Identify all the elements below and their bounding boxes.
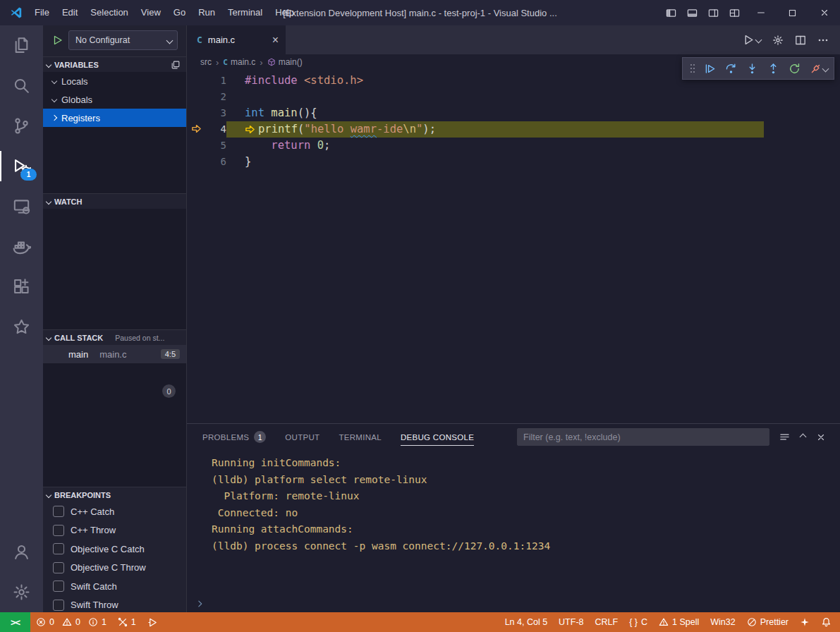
start-debugging-icon[interactable] xyxy=(52,35,63,46)
glyph-margin[interactable] xyxy=(187,154,208,170)
breakpoint-checkbox[interactable] xyxy=(53,506,64,517)
glyph-margin[interactable] xyxy=(187,73,208,89)
restart-button[interactable] xyxy=(784,59,805,78)
debug-config-dropdown[interactable]: No Configurat xyxy=(68,30,178,50)
breakpoint-checkbox[interactable] xyxy=(53,543,64,554)
activity-remote-explorer[interactable] xyxy=(0,186,43,226)
code-area[interactable]: 1#include <stdio.h>23int main(){4printf(… xyxy=(187,70,840,423)
split-editor-icon[interactable] xyxy=(795,35,806,46)
eol-indicator[interactable]: CRLF xyxy=(590,612,624,632)
menu-terminal[interactable]: Terminal xyxy=(221,0,269,25)
breakpoint-objective-c-throw[interactable]: Objective C Throw xyxy=(43,559,186,578)
console-filter-input[interactable] xyxy=(517,428,769,446)
call-stack-header[interactable]: CALL STACK Paused on st... xyxy=(43,329,186,345)
run-file-button[interactable] xyxy=(743,34,761,46)
continue-button[interactable] xyxy=(699,59,720,78)
breakpoint-checkbox[interactable] xyxy=(53,525,64,536)
menu-selection[interactable]: Selection xyxy=(84,0,134,25)
code-token: ; xyxy=(324,138,330,154)
variables-item-locals[interactable]: Locals xyxy=(43,72,186,90)
code-line-4[interactable]: 4printf("hello wamr-ide\n"); xyxy=(187,121,840,138)
chevron-down-icon xyxy=(51,97,57,102)
code-line-3[interactable]: 3int main(){ xyxy=(187,105,840,121)
breakpoint-c-throw[interactable]: C++ Throw xyxy=(43,521,186,540)
activity-search[interactable] xyxy=(0,66,43,106)
menu-edit[interactable]: Edit xyxy=(56,0,84,25)
debug-console-input[interactable] xyxy=(187,595,840,612)
output-options-icon[interactable] xyxy=(779,432,790,442)
breakpoint-objective-c-catch[interactable]: Objective C Catch xyxy=(43,540,186,559)
step-out-button[interactable] xyxy=(762,59,784,78)
step-into-button[interactable] xyxy=(741,59,762,78)
watch-header[interactable]: WATCH xyxy=(43,193,186,209)
debug-console-output[interactable]: Running initCommands:(lldb) platform sel… xyxy=(187,450,840,595)
activity-source-control[interactable] xyxy=(0,106,43,146)
glyph-margin[interactable] xyxy=(187,89,208,105)
notifications[interactable] xyxy=(815,612,837,632)
panel-tab-debug-console[interactable]: DEBUG CONSOLE xyxy=(401,424,474,450)
breakpoint-checkbox[interactable] xyxy=(53,600,64,611)
encoding-indicator[interactable]: UTF-8 xyxy=(553,612,589,632)
breakpoint-swift-catch[interactable]: Swift Catch xyxy=(43,577,186,596)
breakpoints-header[interactable]: BREAKPOINTS xyxy=(43,487,186,502)
settings-gear-icon[interactable] xyxy=(772,35,784,46)
step-over-button[interactable] xyxy=(720,59,741,78)
stack-frame-row[interactable]: main main.c 4:5 xyxy=(43,345,186,363)
tools-indicator[interactable]: 1 xyxy=(112,612,142,632)
toggle-sidebar-icon[interactable] xyxy=(660,0,681,25)
activity-explorer[interactable] xyxy=(0,25,43,66)
code-line-5[interactable]: 5 return 0; xyxy=(187,138,840,154)
debug-status[interactable] xyxy=(142,612,164,632)
activity-extensions[interactable] xyxy=(0,267,43,307)
menu-view[interactable]: View xyxy=(135,0,167,25)
more-actions-icon[interactable] xyxy=(817,35,829,46)
code-line-2[interactable]: 2 xyxy=(187,89,840,105)
remote-indicator[interactable]: >< xyxy=(0,612,30,632)
panel-tab-output[interactable]: OUTPUT xyxy=(285,424,319,450)
minimize-button[interactable] xyxy=(745,0,777,25)
glyph-margin[interactable] xyxy=(187,105,208,121)
platform-indicator[interactable]: Win32 xyxy=(705,612,741,632)
maximize-panel-icon[interactable] xyxy=(801,435,805,439)
glyph-margin[interactable] xyxy=(187,121,208,138)
collapse-all-icon[interactable] xyxy=(171,60,181,70)
formatter-indicator[interactable]: Prettier xyxy=(741,612,794,632)
panel-tab-terminal[interactable]: TERMINAL xyxy=(339,424,382,450)
menu-run[interactable]: Run xyxy=(192,0,221,25)
menu-go[interactable]: Go xyxy=(167,0,192,25)
customize-layout-icon[interactable] xyxy=(724,0,745,25)
tab-close-icon[interactable]: × xyxy=(272,35,279,46)
close-panel-icon[interactable] xyxy=(816,432,826,442)
variables-item-registers[interactable]: Registers xyxy=(43,109,186,127)
breadcrumb-item-main[interactable]: main() xyxy=(267,57,303,67)
language-indicator[interactable]: { } C xyxy=(623,612,653,632)
toggle-secondary-sidebar-icon[interactable] xyxy=(702,0,724,25)
maximize-button[interactable] xyxy=(777,0,808,25)
cursor-position[interactable]: Ln 4, Col 5 xyxy=(499,612,553,632)
activity-docker[interactable] xyxy=(0,226,43,267)
code-line-6[interactable]: 6} xyxy=(187,154,840,170)
menu-file[interactable]: File xyxy=(28,0,56,25)
variables-item-globals[interactable]: Globals xyxy=(43,90,186,109)
variables-header[interactable]: VARIABLES xyxy=(43,56,186,72)
glyph-margin[interactable] xyxy=(187,138,208,154)
breakpoint-checkbox[interactable] xyxy=(53,581,64,592)
drag-handle-icon[interactable] xyxy=(690,63,695,74)
breadcrumb-item-main-c[interactable]: Cmain.c xyxy=(223,57,255,67)
panel-tab-problems[interactable]: PROBLEMS1 xyxy=(202,424,266,450)
activity-bar: 1 xyxy=(0,25,43,612)
spell-indicator[interactable]: 1 Spell xyxy=(653,612,705,632)
problems-status[interactable]: 0 0 1 xyxy=(30,612,112,632)
breadcrumb-item-src[interactable]: src xyxy=(200,57,212,67)
sparkle-status[interactable] xyxy=(794,612,815,632)
breakpoint-checkbox[interactable] xyxy=(53,562,64,573)
activity-settings[interactable] xyxy=(0,572,43,612)
tab-main-c[interactable]: C main.c × xyxy=(187,25,286,54)
close-button[interactable] xyxy=(808,0,840,25)
activity-accounts[interactable] xyxy=(0,532,43,572)
breakpoint-c-catch[interactable]: C++ Catch xyxy=(43,502,186,521)
activity-run-and-debug[interactable]: 1 xyxy=(0,146,43,186)
activity-favorites[interactable] xyxy=(0,307,43,347)
remote-explorer-icon xyxy=(13,198,30,215)
toggle-panel-icon[interactable] xyxy=(681,0,702,25)
